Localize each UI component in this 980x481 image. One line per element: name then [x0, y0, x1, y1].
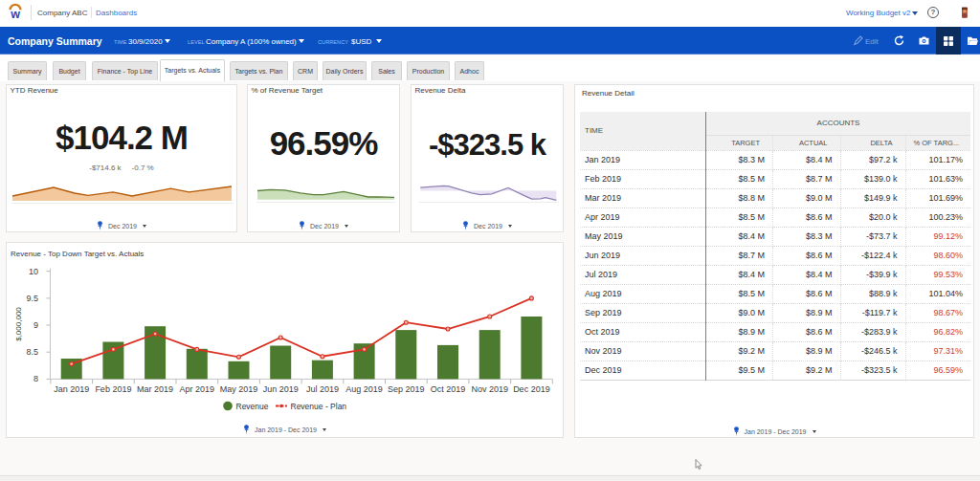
svg-text:w: w [10, 8, 20, 20]
svg-text:Dec 2019: Dec 2019 [513, 384, 550, 394]
svg-text:Edit: Edit [865, 37, 880, 46]
svg-text:Feb 2019: Feb 2019 [95, 384, 131, 394]
svg-text:9: 9 [33, 320, 38, 330]
svg-text:Jun 2019: Jun 2019 [263, 384, 299, 394]
svg-text:Oct 2019: Oct 2019 [431, 384, 466, 394]
svg-text:8.5: 8.5 [26, 347, 38, 357]
svg-text:$,000,000: $,000,000 [14, 307, 23, 341]
svg-text:Apr 2019: Apr 2019 [180, 384, 215, 394]
svg-text:Nov 2019: Nov 2019 [471, 384, 508, 394]
svg-text:9.5: 9.5 [26, 294, 38, 303]
svg-text:Aug 2019: Aug 2019 [345, 384, 383, 394]
svg-text:Mar 2019: Mar 2019 [137, 384, 173, 394]
svg-text:Jan 2019: Jan 2019 [54, 384, 89, 394]
svg-text:Jul 2019: Jul 2019 [306, 384, 339, 394]
svg-text:Sep 2019: Sep 2019 [388, 384, 425, 394]
svg-text:8: 8 [33, 374, 38, 383]
svg-text:Revenue - Plan: Revenue - Plan [291, 402, 347, 411]
svg-text:May 2019: May 2019 [220, 384, 258, 394]
svg-text:10: 10 [29, 267, 38, 276]
svg-text:Revenue: Revenue [236, 402, 269, 411]
